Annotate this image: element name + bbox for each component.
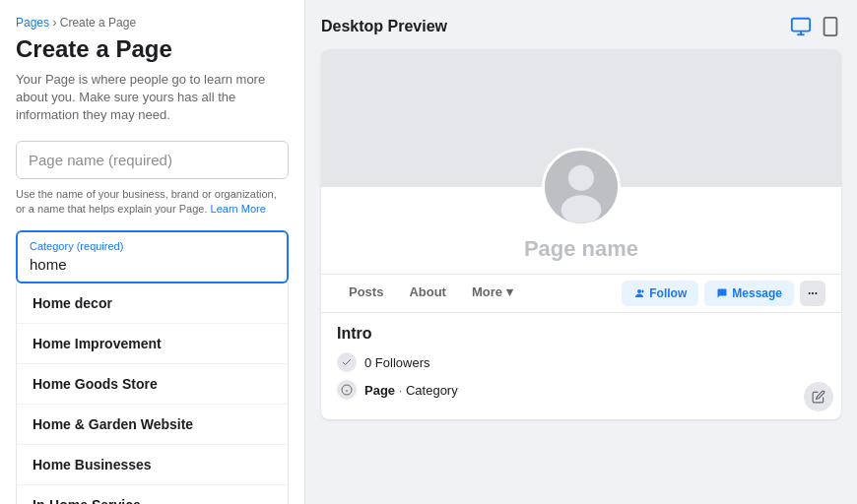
- message-icon: [716, 287, 728, 299]
- category-wrapper: Category (required): [16, 230, 289, 284]
- follow-label: Follow: [649, 286, 687, 300]
- followers-count: 0 Followers: [364, 355, 429, 370]
- more-chevron-icon: ▾: [506, 284, 513, 299]
- page-title: Create a Page: [16, 35, 289, 63]
- right-panel: Desktop Preview: [305, 0, 857, 504]
- follow-button[interactable]: Follow: [622, 281, 698, 306]
- page-name-input[interactable]: [16, 141, 289, 179]
- breadcrumb-current: Create a Page: [60, 16, 136, 30]
- message-button[interactable]: Message: [704, 281, 794, 306]
- dropdown-item-5[interactable]: In-Home Service: [17, 485, 288, 504]
- svg-point-6: [568, 165, 594, 191]
- followers-icon: [337, 352, 357, 372]
- message-label: Message: [732, 286, 782, 300]
- category-label: Category (required): [30, 240, 275, 252]
- breadcrumb: Pages › Create a Page: [16, 16, 289, 30]
- breadcrumb-separator: ›: [52, 16, 56, 30]
- fb-page-preview: Page name Posts About More ▾: [321, 49, 841, 419]
- fb-nav-right: Follow Message ···: [622, 281, 825, 306]
- dropdown-item-3[interactable]: Home & Garden Website: [17, 405, 288, 445]
- fb-page-card: Page name Posts About More ▾: [321, 49, 841, 419]
- nav-item-more[interactable]: More ▾: [460, 275, 525, 312]
- category-input[interactable]: [30, 256, 275, 273]
- fb-nav: Posts About More ▾: [321, 274, 841, 313]
- dropdown-item-1[interactable]: Home Improvement: [17, 324, 288, 364]
- dropdown-item-2[interactable]: Home Goods Store: [17, 364, 288, 405]
- edit-icon-button[interactable]: [804, 382, 833, 411]
- fb-nav-left: Posts About More ▾: [337, 275, 525, 312]
- svg-point-8: [637, 289, 641, 293]
- edit-icon: [812, 390, 825, 404]
- svg-point-7: [561, 195, 602, 223]
- left-panel: Pages › Create a Page Create a Page Your…: [0, 0, 305, 504]
- preview-header: Desktop Preview: [321, 16, 841, 37]
- svg-rect-3: [824, 18, 837, 35]
- preview-title: Desktop Preview: [321, 18, 447, 35]
- intro-title: Intro: [337, 325, 825, 343]
- info-icon: [337, 380, 357, 400]
- cover-area: [321, 49, 841, 187]
- desktop-icon[interactable]: [790, 16, 812, 37]
- intro-section: Intro 0 Followers: [321, 313, 841, 419]
- dropdown-item-4[interactable]: Home Businesses: [17, 445, 288, 485]
- page-category-text: Page · Category: [364, 383, 458, 398]
- intro-followers-row: 0 Followers: [337, 352, 825, 372]
- more-button[interactable]: ···: [800, 281, 825, 306]
- nav-item-posts[interactable]: Posts: [337, 275, 395, 312]
- breadcrumb-pages-link[interactable]: Pages: [16, 16, 49, 30]
- svg-rect-0: [792, 19, 810, 32]
- fb-page-name: Page name: [337, 236, 825, 262]
- follow-icon: [633, 287, 645, 299]
- profile-pic: [542, 148, 621, 226]
- learn-more-link[interactable]: Learn More: [211, 203, 266, 215]
- category-dropdown: Home decor Home Improvement Home Goods S…: [16, 284, 289, 504]
- dropdown-item-0[interactable]: Home decor: [17, 284, 288, 324]
- nav-item-about[interactable]: About: [397, 275, 458, 312]
- preview-icons: [790, 16, 841, 37]
- page-description: Your Page is where people go to learn mo…: [16, 71, 289, 125]
- intro-category-row: Page · Category: [337, 380, 825, 400]
- input-hint: Use the name of your business, brand or …: [16, 187, 289, 218]
- mobile-icon[interactable]: [820, 16, 841, 37]
